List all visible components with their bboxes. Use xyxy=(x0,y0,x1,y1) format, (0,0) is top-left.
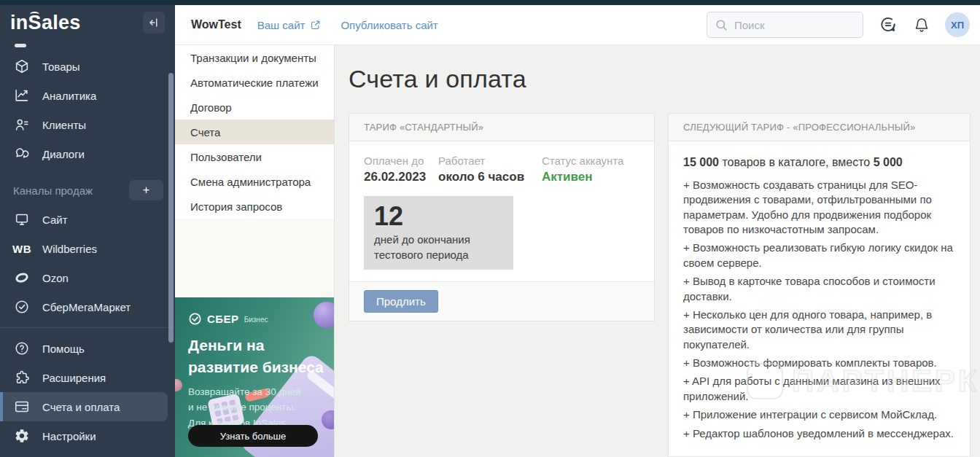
insales-logo-text: inSales xyxy=(10,12,81,34)
submenu-spacer xyxy=(175,219,334,297)
sidebar-item-label: Товары xyxy=(42,60,80,73)
chat-bubble-icon xyxy=(879,15,898,34)
notifications-button[interactable] xyxy=(913,16,930,34)
logo-accent-arc xyxy=(30,12,39,17)
sidebar-item-clients[interactable]: Клиенты xyxy=(0,110,175,139)
current-plan-body: Оплачен до 26.02.2023 Работает около 6 ч… xyxy=(349,141,654,282)
feature-item: + Приложение интеграции с сервисом МойСк… xyxy=(683,407,955,422)
sidebar-divider xyxy=(0,327,175,328)
gear-icon xyxy=(13,427,31,445)
ad-brand: СБЕР xyxy=(207,313,239,325)
sidebar-item-label: Клиенты xyxy=(42,119,86,131)
sidebar-scrollbar-thumb[interactable] xyxy=(168,73,174,343)
next-plan-header: СЛЕДУЮЩИЙ ТАРИФ - «ПРОФЕССИОНАЛЬНЫЙ» xyxy=(669,114,970,141)
search-input[interactable] xyxy=(734,19,844,31)
current-plan-card: ТАРИФ «СТАНДАРТНЫЙ» Оплачен до 26.02.202… xyxy=(349,113,655,322)
credit-card-icon xyxy=(13,398,31,415)
sales-channels-section: Каналы продаж + xyxy=(0,176,175,205)
current-plan-header: ТАРИФ «СТАНДАРТНЫЙ» xyxy=(349,114,654,141)
stat-paid-until: Оплачен до 26.02.2023 xyxy=(364,155,438,184)
dialogs-icon xyxy=(13,145,31,163)
sales-channels-label: Каналы продаж xyxy=(13,184,129,197)
search-icon xyxy=(715,18,728,32)
current-plan-footer: Продлить xyxy=(349,281,654,321)
publish-site-link[interactable]: Опубликовать сайт xyxy=(341,19,438,31)
external-link-icon xyxy=(309,19,322,31)
sber-logo-icon xyxy=(188,312,202,326)
ad-title: Деньги на развитие бизнеса xyxy=(188,335,327,378)
sidebar-item-help[interactable]: Помощь xyxy=(0,334,175,363)
sidebar-item-sbermegamarket[interactable]: СберМегаМаркет xyxy=(0,292,175,321)
sidebar-collapse-button[interactable] xyxy=(143,12,165,34)
clients-icon xyxy=(13,116,31,133)
sidebar-item-label: Диалоги xyxy=(42,148,85,160)
user-avatar[interactable]: ХП xyxy=(945,12,970,37)
submenu-item-request-history[interactable]: История запросов xyxy=(175,194,334,219)
next-plan-intro: 15 000 товаров в каталоге, вместо 5 000 xyxy=(683,156,955,169)
sidebar-item-label: Ozon xyxy=(42,272,69,284)
messages-button[interactable] xyxy=(879,15,898,34)
stat-works: Работает около 6 часов xyxy=(438,155,542,184)
trial-days-count: 12 xyxy=(374,202,503,231)
ozon-icon xyxy=(13,269,31,286)
sidebar-item-label: СберМегаМаркет xyxy=(42,301,131,313)
sidebar-item-label: Аналитика xyxy=(42,90,96,102)
bell-icon xyxy=(913,16,930,34)
ad-brand-suffix: Бизнес xyxy=(244,316,268,324)
scrolled-item-fragment xyxy=(15,44,26,47)
sidebar-item-dialogs[interactable]: Диалоги xyxy=(0,139,175,168)
sidebar-item-label: Сайт xyxy=(42,214,68,226)
sidebar-item-products[interactable]: Товары xyxy=(0,52,175,81)
sidebar-nav-bottom: Помощь Расширения Счета и оплата Настрой… xyxy=(0,334,175,450)
feature-item: + Несколько цен для одного товара, напри… xyxy=(683,308,955,352)
sidebar-item-settings[interactable]: Настройки xyxy=(0,421,175,450)
stat-account-status: Статус аккаунта Активен xyxy=(542,155,639,184)
sber-ad-banner[interactable]: СБЕР Бизнес Деньги на развитие бизнеса В… xyxy=(175,297,334,457)
page-title: Счета и оплата xyxy=(349,64,980,94)
app-window: inSales Товары Аналитика xyxy=(0,0,980,457)
sidebar-nav-main: Товары Аналитика Клиенты Диалоги xyxy=(0,52,175,168)
feature-item: + Редактор шаблонов уведомлений в мессен… xyxy=(683,426,955,441)
paid-until-value: 26.02.2023 xyxy=(364,170,438,184)
sidebar-item-wildberries[interactable]: WB Wildberries xyxy=(0,234,175,263)
plan-stats: Оплачен до 26.02.2023 Работает около 6 ч… xyxy=(364,155,639,184)
shop-name: WowTest xyxy=(191,18,241,31)
monitor-icon xyxy=(13,211,31,228)
ad-learn-more-button[interactable]: Узнать больше xyxy=(188,425,318,447)
next-plan-body: 15 000 товаров в каталоге, вместо 5 000 … xyxy=(669,141,970,456)
submenu-item-contract[interactable]: Договор xyxy=(175,95,334,120)
submenu-item-users[interactable]: Пользователи xyxy=(175,144,334,169)
submenu-item-transactions[interactable]: Транзакции и документы xyxy=(175,45,334,70)
sidebar-item-site[interactable]: Сайт xyxy=(0,205,175,234)
feature-item: + Возможность создавать страницы для SEO… xyxy=(683,178,955,238)
sidebar-item-label: Помощь xyxy=(42,343,85,355)
sidebar-item-extensions[interactable]: Расширения xyxy=(0,363,175,392)
sidebar-item-billing[interactable]: Счета и оплата xyxy=(0,392,168,421)
main-sidebar: inSales Товары Аналитика xyxy=(0,0,175,457)
trial-days-text: дней до окончания тестового периода xyxy=(374,232,503,262)
sidebar-item-ozon[interactable]: Ozon xyxy=(0,263,175,292)
sidebar-item-label: Счета и оплата xyxy=(42,401,120,413)
works-value: около 6 часов xyxy=(438,170,542,184)
sidebar-item-label: Wildberries xyxy=(42,243,97,255)
sber-check-icon xyxy=(13,298,31,316)
trial-countdown-box: 12 дней до окончания тестового периода xyxy=(364,196,513,270)
feature-item: + Вывод в карточке товара способов и сто… xyxy=(683,274,955,304)
extend-button[interactable]: Продлить xyxy=(364,290,438,313)
ad-content: СБЕР Бизнес Деньги на развитие бизнеса В… xyxy=(175,297,334,431)
add-channel-button[interactable]: + xyxy=(129,180,163,200)
sidebar-item-label: Расширения xyxy=(42,372,106,384)
sidebar-item-label: Настройки xyxy=(42,430,96,442)
chart-icon xyxy=(13,87,31,104)
top-header: WowTest Ваш сайт Опубликовать сайт xyxy=(175,5,980,45)
logo-row: inSales xyxy=(10,10,165,35)
ad-text: Возвращайте за 30 дней и не платите проц… xyxy=(188,384,321,431)
your-site-link[interactable]: Ваш сайт xyxy=(257,19,322,31)
feature-item: + Возможность формировать комплекты това… xyxy=(683,356,955,370)
submenu-item-auto-payments[interactable]: Автоматические платежи xyxy=(175,70,334,95)
submenu-item-admin-change[interactable]: Смена администратора xyxy=(175,169,334,194)
next-plan-card: СЛЕДУЮЩИЙ ТАРИФ - «ПРОФЕССИОНАЛЬНЫЙ» 15 … xyxy=(668,113,971,457)
insales-logo: inSales xyxy=(10,12,81,34)
submenu-item-invoices[interactable]: Счета xyxy=(175,120,334,144)
sidebar-item-analytics[interactable]: Аналитика xyxy=(0,81,175,110)
